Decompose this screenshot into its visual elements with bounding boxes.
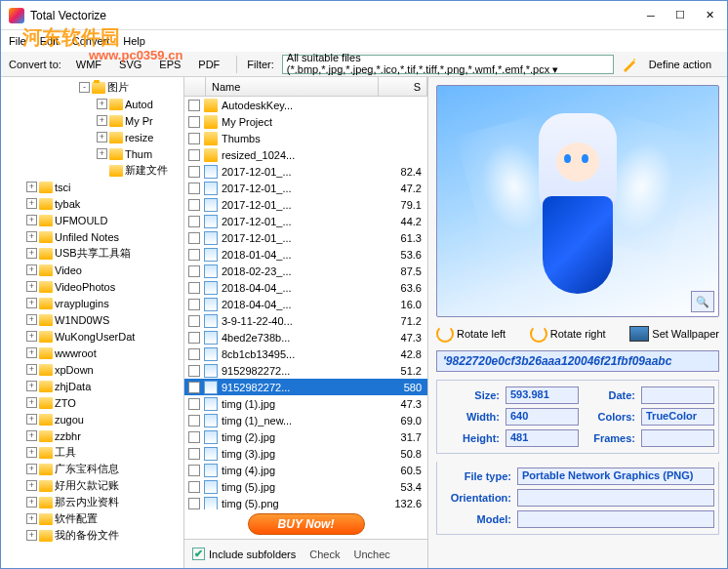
tree-item[interactable]: +resize bbox=[3, 129, 182, 145]
maximize-button[interactable]: ☐ bbox=[674, 10, 686, 21]
zoom-icon[interactable]: 🔍 bbox=[691, 291, 714, 312]
expand-icon[interactable]: + bbox=[26, 347, 37, 358]
file-row[interactable]: timg (5).png132.6 bbox=[184, 495, 427, 509]
expand-icon[interactable]: + bbox=[26, 364, 37, 375]
rotate-right-button[interactable]: Rotate right bbox=[530, 325, 606, 343]
tree-item[interactable]: +wwwroot bbox=[3, 345, 182, 361]
close-button[interactable]: ✕ bbox=[704, 10, 715, 21]
expand-icon[interactable]: + bbox=[97, 115, 107, 126]
row-checkbox[interactable] bbox=[188, 299, 200, 310]
tree-item[interactable]: +xpDown bbox=[3, 361, 182, 378]
expand-icon[interactable]: + bbox=[26, 182, 37, 192]
file-row[interactable]: 8cb1cb13495...42.8 bbox=[184, 345, 427, 362]
row-checkbox[interactable] bbox=[188, 498, 200, 509]
row-checkbox[interactable] bbox=[188, 448, 200, 460]
tree-item[interactable]: +USB共享工具箱 bbox=[3, 245, 182, 262]
row-checkbox[interactable] bbox=[188, 100, 200, 111]
expand-icon[interactable]: + bbox=[26, 513, 37, 524]
file-row[interactable]: timg (2).jpg31.7 bbox=[184, 428, 427, 445]
folder-tree[interactable]: -图片+Autod+My Pr+resize+Thum新建文件+tsci+tyb… bbox=[1, 77, 184, 568]
tree-item[interactable]: +zhjData bbox=[3, 378, 182, 394]
col-size[interactable]: S bbox=[379, 77, 427, 96]
file-row[interactable]: timg (4).jpg60.5 bbox=[184, 462, 427, 478]
file-row[interactable]: 2018-04-04_...63.6 bbox=[184, 279, 427, 296]
row-checkbox[interactable] bbox=[188, 431, 200, 443]
tree-item[interactable]: +zzbhr bbox=[3, 427, 182, 444]
tree-item[interactable]: +W1ND0WS bbox=[3, 311, 182, 328]
file-row[interactable]: timg (3).jpg50.8 bbox=[184, 445, 427, 462]
file-row[interactable]: timg (1)_new...69.0 bbox=[184, 412, 427, 428]
file-list[interactable]: AutodeskKey...My ProjectThumbsresized_10… bbox=[184, 97, 427, 509]
file-row[interactable]: 9152982272...580 bbox=[184, 379, 427, 395]
minimize-button[interactable]: ─ bbox=[645, 10, 657, 21]
tree-item[interactable]: +广东宝科信息 bbox=[3, 461, 182, 477]
row-checkbox[interactable] bbox=[188, 265, 200, 277]
file-row[interactable]: 2017-12-01_...82.4 bbox=[184, 163, 427, 180]
include-subfolders-checkbox[interactable]: ✔ Include subfolders bbox=[192, 548, 296, 560]
row-checkbox[interactable] bbox=[188, 481, 200, 493]
tree-item[interactable]: +Unfiled Notes bbox=[3, 228, 182, 245]
tree-item[interactable]: +My Pr bbox=[3, 112, 182, 129]
tree-item[interactable]: 新建文件 bbox=[3, 162, 182, 179]
file-row[interactable]: timg (1).jpg47.3 bbox=[184, 395, 427, 412]
row-checkbox[interactable] bbox=[188, 365, 200, 377]
file-row[interactable]: 3-9-11-22-40...71.2 bbox=[184, 312, 427, 329]
file-row[interactable]: resized_1024... bbox=[184, 146, 427, 163]
tree-item[interactable]: +VideoPhotos bbox=[3, 278, 182, 295]
row-checkbox[interactable] bbox=[188, 382, 200, 393]
col-name[interactable]: Name bbox=[206, 77, 379, 96]
row-checkbox[interactable] bbox=[188, 398, 200, 410]
file-row[interactable]: Thumbs bbox=[184, 130, 427, 146]
expand-icon[interactable]: + bbox=[26, 231, 37, 242]
buy-now-button[interactable]: BUY Now! bbox=[248, 513, 365, 535]
tree-item[interactable]: +那云内业资料 bbox=[3, 494, 182, 510]
expand-icon[interactable]: + bbox=[26, 331, 37, 342]
rotate-left-button[interactable]: Rotate left bbox=[436, 325, 506, 343]
file-row[interactable]: 2017-12-01_...44.2 bbox=[184, 213, 427, 229]
row-checkbox[interactable] bbox=[188, 232, 200, 244]
expand-icon[interactable]: + bbox=[26, 298, 37, 308]
expand-icon[interactable]: + bbox=[26, 397, 37, 408]
menu-help[interactable]: Help bbox=[123, 35, 145, 47]
row-checkbox[interactable] bbox=[188, 315, 200, 327]
expand-icon[interactable]: + bbox=[26, 464, 37, 474]
row-checkbox[interactable] bbox=[188, 249, 200, 261]
row-checkbox[interactable] bbox=[188, 133, 200, 144]
expand-icon[interactable]: + bbox=[26, 314, 37, 325]
expand-icon[interactable]: + bbox=[26, 447, 37, 458]
tree-item[interactable]: +Video bbox=[3, 262, 182, 278]
row-checkbox[interactable] bbox=[188, 348, 200, 360]
menu-file[interactable]: File bbox=[9, 35, 26, 47]
row-checkbox[interactable] bbox=[188, 149, 200, 161]
file-row[interactable]: 9152982272...51.2 bbox=[184, 362, 427, 379]
expand-icon[interactable]: + bbox=[26, 198, 37, 209]
expand-icon[interactable]: + bbox=[26, 215, 37, 225]
row-checkbox[interactable] bbox=[188, 332, 200, 344]
file-row[interactable]: 2018-02-23_...87.5 bbox=[184, 263, 427, 279]
tree-item[interactable]: +WuKongUserDat bbox=[3, 328, 182, 345]
tree-item[interactable]: -图片 bbox=[3, 79, 182, 96]
format-wmf-button[interactable]: WMF bbox=[69, 56, 108, 73]
expand-icon[interactable]: + bbox=[26, 381, 37, 391]
menu-convert[interactable]: Convert bbox=[72, 35, 110, 47]
file-row[interactable]: 4bed2e738b...47.3 bbox=[184, 329, 427, 345]
row-checkbox[interactable] bbox=[188, 415, 200, 427]
row-checkbox[interactable] bbox=[188, 183, 200, 194]
collapse-icon[interactable]: - bbox=[79, 82, 90, 93]
row-checkbox[interactable] bbox=[188, 465, 200, 476]
tree-item[interactable]: +Autod bbox=[3, 96, 182, 112]
tree-item[interactable]: +UFMOULD bbox=[3, 212, 182, 228]
expand-icon[interactable]: + bbox=[26, 281, 37, 292]
row-checkbox[interactable] bbox=[188, 282, 200, 294]
format-svg-button[interactable]: SVG bbox=[112, 56, 148, 73]
tree-item[interactable]: +tybak bbox=[3, 195, 182, 212]
file-row[interactable]: 2017-12-01_...79.1 bbox=[184, 196, 427, 213]
filter-dropdown[interactable]: All suitable files (*.bmp,*.jpg,*.jpeg,*… bbox=[282, 55, 614, 74]
format-pdf-button[interactable]: PDF bbox=[191, 56, 226, 73]
menu-edit[interactable]: Edit bbox=[40, 35, 59, 47]
expand-icon[interactable]: + bbox=[26, 497, 37, 508]
expand-icon[interactable]: + bbox=[26, 480, 37, 491]
file-row[interactable]: timg (5).jpg53.4 bbox=[184, 478, 427, 495]
file-row[interactable]: AutodeskKey... bbox=[184, 97, 427, 113]
row-checkbox[interactable] bbox=[188, 166, 200, 178]
